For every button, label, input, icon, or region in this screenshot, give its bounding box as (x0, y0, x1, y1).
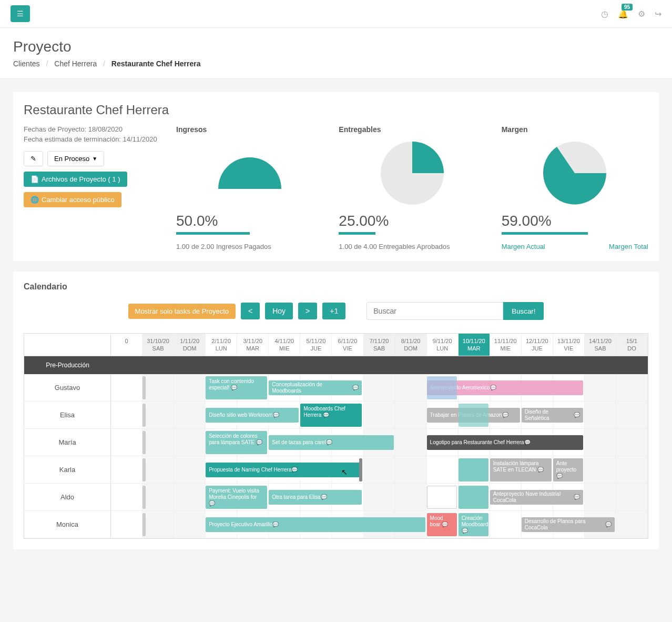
entregables-chart (339, 139, 485, 207)
metric-label: Ingresos (176, 125, 323, 134)
gantt-day-header[interactable]: 3/11/20MAR (237, 334, 269, 356)
project-name: Restaurante Chef Herrera (24, 103, 648, 117)
margen-actual-link[interactable]: Margen Actual (502, 243, 545, 250)
gantt-task[interactable]: Instalación lámpara SATE en TLECAN 💬 (490, 458, 552, 481)
gantt-task[interactable]: Moodboards Chef Herrera 💬 (300, 404, 362, 427)
project-files-button[interactable]: 📄 Archivos de Proyecto ( 1 ) (24, 172, 127, 187)
breadcrumb-sep: / (103, 59, 105, 68)
gantt-day-header[interactable]: 14/11/20SAB (585, 334, 616, 356)
clock-icon[interactable]: ◷ (601, 9, 608, 19)
drag-handle[interactable] (359, 458, 362, 481)
public-access-button[interactable]: 🌐 Cambiar acceso público (24, 192, 121, 207)
search-input[interactable] (366, 302, 503, 320)
breadcrumb: Clientes / Chef Herrera / Restaurante Ch… (13, 59, 659, 68)
plus-one-button[interactable]: +1 (322, 303, 345, 319)
task-handle[interactable] (142, 404, 146, 427)
files-label: Archivos de Proyecto ( 1 ) (42, 175, 120, 183)
gantt-day-header[interactable]: 5/11/20JUE (300, 334, 332, 356)
gantt-day-header[interactable]: 12/11/20JUE (522, 334, 553, 356)
margen-bar (502, 232, 588, 235)
gantt-task[interactable]: Set de tazas para carel 💬 (269, 435, 393, 450)
gantt-corner (24, 334, 111, 356)
ingresos-chart (176, 139, 323, 207)
person-label: María (24, 429, 111, 456)
menu-toggle-button[interactable]: ☰ (11, 5, 30, 22)
chat-icon: 💬 (209, 500, 215, 506)
gantt-day-header[interactable]: 0 (111, 334, 142, 356)
project-end-date: Fecha estimada de terminación: 14/11/202… (24, 135, 160, 143)
search-button[interactable]: Buscar! (503, 302, 544, 320)
gantt-task[interactable]: Conceptualización de Moodboards 💬 (269, 380, 362, 395)
gantt-task[interactable] (459, 458, 488, 481)
gantt-day-header[interactable]: 8/11/20DOM (395, 334, 427, 356)
task-handle[interactable] (142, 376, 146, 399)
gantt-day-header[interactable]: 11/11/20MIE (490, 334, 522, 356)
breadcrumb-chef[interactable]: Chef Herrera (54, 59, 97, 68)
gantt-day-header[interactable]: 1/11/20DOM (174, 334, 206, 356)
gantt-task-overlay[interactable] (459, 404, 488, 427)
cursor-icon: ↖ (341, 468, 348, 476)
gantt-day-header[interactable]: 4/11/20MIE (269, 334, 300, 356)
filter-tasks-button[interactable]: Mostrar solo tasks de Proyecto (128, 304, 236, 319)
gantt-cells: Task con contenido especial! 💬Conceptual… (111, 374, 648, 401)
section-label: Pre-Producción (24, 356, 111, 374)
metric-label: Entregables (339, 125, 485, 134)
task-handle[interactable] (142, 513, 146, 536)
notification-badge: 95 (622, 4, 633, 11)
person-label: Monica (24, 511, 111, 538)
metric-label: Margen (502, 125, 648, 134)
margen-chart (502, 139, 648, 207)
prev-button[interactable]: < (241, 303, 260, 319)
gantt-cells: Diseño sitio web Workroom 💬Moodboards Ch… (111, 402, 648, 428)
project-info: Fechas de Proyecto: 18/08/2020 Fecha est… (24, 125, 160, 250)
gantt-task[interactable]: Otra tarea para Elisa 💬 (269, 490, 362, 505)
gantt-task[interactable] (459, 486, 488, 509)
gantt-task[interactable]: Selección de colores para lámpara SATE 💬 (206, 431, 267, 454)
ingresos-value: 50.0% (176, 213, 323, 229)
gantt-day-header[interactable]: 6/11/20VIE (332, 334, 363, 356)
gantt-task[interactable] (427, 486, 457, 509)
gantt-day-header[interactable]: 13/11/20VIE (553, 334, 585, 356)
gantt-task[interactable]: Logotipo para Restaurante Chef Herrera 💬 (427, 435, 583, 450)
gantt-day-header[interactable]: 31/10/20SAB (142, 334, 174, 356)
chat-icon: 💬 (272, 521, 279, 528)
gantt-task[interactable]: Task con contenido especial! 💬 (206, 376, 267, 399)
next-button[interactable]: > (298, 303, 317, 319)
gantt-chart: 031/10/20SAB1/11/20DOM2/11/20LUN3/11/20M… (24, 333, 648, 539)
gantt-task[interactable]: Diseño sitio web Workroom 💬 (206, 408, 299, 423)
gantt-task[interactable]: Diseño de Señalética 💬 (522, 408, 583, 423)
notifications-icon[interactable]: 🔔95 (618, 9, 628, 19)
today-button[interactable]: Hoy (265, 303, 293, 319)
chat-icon: 💬 (556, 473, 563, 479)
gantt-day-header[interactable]: 2/11/20LUN (206, 334, 237, 356)
gantt-day-header[interactable]: 10/11/20MAR (459, 334, 490, 356)
settings-icon[interactable]: ⚙ (638, 9, 645, 19)
gantt-day-header[interactable]: 15/1DO (616, 334, 648, 356)
task-handle[interactable] (142, 431, 146, 454)
breadcrumb-clientes[interactable]: Clientes (13, 59, 40, 68)
entregables-value: 25.00% (339, 213, 485, 229)
chat-icon: 💬 (352, 385, 359, 391)
task-handle[interactable] (142, 486, 146, 509)
gantt-task[interactable]: Creación Moodboards 💬 (459, 513, 488, 536)
gantt-task[interactable]: Payment: Vuelo visita Morelia Cinepolis … (206, 486, 267, 509)
margen-total-link[interactable]: Margen Total (609, 243, 648, 250)
gantt-row: GustavoTask con contenido especial! 💬Con… (24, 374, 648, 402)
gantt-task[interactable]: Mood boar 💬 (427, 513, 457, 536)
logout-icon[interactable]: ↪ (655, 9, 661, 19)
edit-button[interactable]: ✎ (24, 151, 43, 166)
gantt-task[interactable]: Proyecto Ejecutivo Amarillo 💬 (206, 517, 425, 532)
gantt-day-header[interactable]: 9/11/20LUN (427, 334, 459, 356)
gantt-task-overlay[interactable] (427, 376, 457, 399)
project-start-date: Fechas de Proyecto: 18/08/2020 (24, 125, 160, 133)
gantt-day-header[interactable]: 7/11/20SAB (364, 334, 395, 356)
gantt-task[interactable]: Desarrollo de Planos para CocaCola 💬 (522, 517, 615, 532)
gantt-task[interactable]: Anteproyecto Nave Industrial CocaCola 💬 (490, 490, 583, 505)
gantt-task[interactable]: Ante proyecto 💬 (553, 458, 583, 481)
gantt-row: ElisaDiseño sitio web Workroom 💬Moodboar… (24, 402, 648, 429)
gantt-days-header: 031/10/20SAB1/11/20DOM2/11/20LUN3/11/20M… (111, 334, 648, 356)
gantt-task[interactable]: Propuesta de Naming Chef Herrera 💬 (206, 463, 362, 477)
status-dropdown[interactable]: En Proceso ▼ (47, 151, 104, 166)
breadcrumb-sep: / (46, 59, 48, 68)
task-handle[interactable] (142, 458, 146, 481)
